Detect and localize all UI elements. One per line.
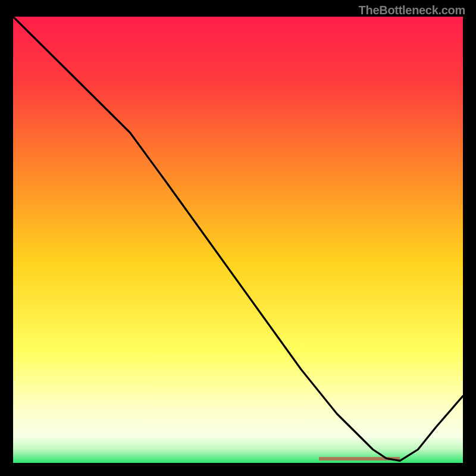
chart-svg — [13, 17, 463, 463]
chart-stage: TheBottleneck.com — [0, 0, 476, 476]
plot-area — [13, 17, 463, 463]
watermark-text: TheBottleneck.com — [359, 4, 465, 17]
